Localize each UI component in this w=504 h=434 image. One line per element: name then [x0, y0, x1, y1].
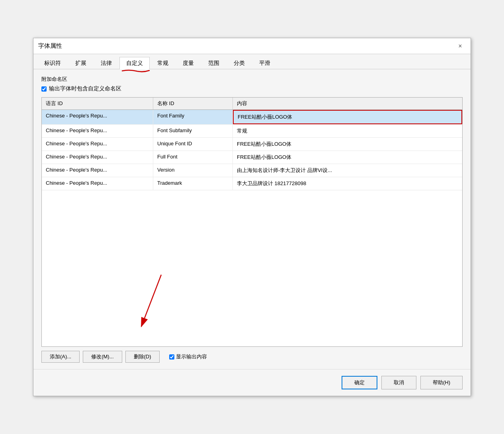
col-lang-id: 语言 ID: [42, 98, 153, 109]
tab-underline-decoration: [121, 68, 148, 72]
cell-content-3: FREE站酷小薇LOGO体: [233, 151, 462, 164]
table-row[interactable]: Chinese - People's Repu... Version 由上海知名…: [42, 164, 462, 177]
cancel-button[interactable]: 取消: [381, 376, 416, 389]
help-button[interactable]: 帮助(H): [420, 376, 463, 389]
cell-lang-0: Chinese - People's Repu...: [42, 110, 153, 124]
font-properties-dialog: 字体属性 × 标识符 扩展 法律 自定义 常规 度量 范围 分类: [33, 38, 471, 396]
table-row[interactable]: Chinese - People's Repu... Font Subfamil…: [42, 125, 462, 138]
title-bar: 字体属性 ×: [33, 38, 471, 54]
include-namespace-checkbox[interactable]: [41, 86, 47, 92]
red-arrow-annotation: [129, 271, 177, 334]
cell-lang-1: Chinese - People's Repu...: [42, 125, 153, 137]
cell-nameid-2: Unique Font ID: [153, 138, 233, 151]
tab-measure[interactable]: 度量: [176, 57, 201, 69]
action-buttons-row: 添加(A)... 修改(M)... 删除(D) 显示输出内容: [41, 347, 463, 363]
tab-content: 附加命名区 输出字体时包含自定义命名区 语言 ID 名称 ID 内容 Chine…: [33, 69, 471, 369]
dialog-title: 字体属性: [38, 42, 62, 50]
tab-custom[interactable]: 自定义: [119, 57, 150, 69]
cell-nameid-0: Font Family: [153, 110, 233, 124]
include-namespace-row: 输出字体时包含自定义命名区: [41, 85, 463, 92]
table-row[interactable]: Chinese - People's Repu... Unique Font I…: [42, 138, 462, 151]
cell-content-1: 常规: [233, 125, 462, 137]
tab-smooth[interactable]: 平滑: [252, 57, 277, 69]
show-output-checkbox[interactable]: [169, 354, 174, 360]
add-button[interactable]: 添加(A)...: [41, 351, 80, 363]
cell-content-4: 由上海知名设计师-李大卫设计 品牌VI设...: [233, 164, 462, 177]
tab-classify[interactable]: 分类: [227, 57, 252, 69]
show-output-label[interactable]: 显示输出内容: [169, 353, 207, 360]
cell-content-0: FREE站酷小薇LOGO体: [233, 110, 462, 124]
tab-bar: 标识符 扩展 法律 自定义 常规 度量 范围 分类 平滑: [33, 54, 471, 69]
cell-content-5: 李大卫品牌设计 18217728098: [233, 177, 462, 190]
table-header: 语言 ID 名称 ID 内容: [42, 98, 462, 110]
tab-range[interactable]: 范围: [201, 57, 226, 69]
table-row[interactable]: Chinese - People's Repu... Full Font FRE…: [42, 151, 462, 164]
tab-legal[interactable]: 法律: [94, 57, 119, 69]
namespace-section-label: 附加命名区: [41, 76, 463, 83]
naming-table-container: 语言 ID 名称 ID 内容 Chinese - People's Repu..…: [41, 97, 463, 347]
table-body: Chinese - People's Repu... Font Family F…: [42, 110, 462, 190]
dialog-footer: 确定 取消 帮助(H): [33, 369, 471, 396]
cell-nameid-1: Font Subfamily: [153, 125, 233, 137]
cell-nameid-3: Full Font: [153, 151, 233, 164]
svg-line-1: [141, 275, 161, 326]
cell-lang-4: Chinese - People's Repu...: [42, 164, 153, 177]
include-namespace-label[interactable]: 输出字体时包含自定义命名区: [49, 85, 121, 92]
table-row[interactable]: Chinese - People's Repu... Font Family F…: [42, 110, 462, 125]
cell-content-2: FREE站酷小薇LOGO体: [233, 138, 462, 151]
cell-nameid-5: Trademark: [153, 177, 233, 190]
cell-lang-2: Chinese - People's Repu...: [42, 138, 153, 151]
tab-ext[interactable]: 扩展: [68, 57, 93, 69]
cell-nameid-4: Version: [153, 164, 233, 177]
modify-button[interactable]: 修改(M)...: [83, 351, 122, 363]
ok-button[interactable]: 确定: [342, 376, 377, 389]
col-name-id: 名称 ID: [153, 98, 233, 109]
tab-id[interactable]: 标识符: [37, 57, 68, 69]
col-content: 内容: [233, 98, 462, 109]
cell-lang-3: Chinese - People's Repu...: [42, 151, 153, 164]
delete-button[interactable]: 删除(D): [125, 351, 160, 363]
close-button[interactable]: ×: [455, 41, 466, 52]
cell-lang-5: Chinese - People's Repu...: [42, 177, 153, 190]
table-row[interactable]: Chinese - People's Repu... Trademark 李大卫…: [42, 177, 462, 190]
tab-normal[interactable]: 常规: [150, 57, 175, 69]
